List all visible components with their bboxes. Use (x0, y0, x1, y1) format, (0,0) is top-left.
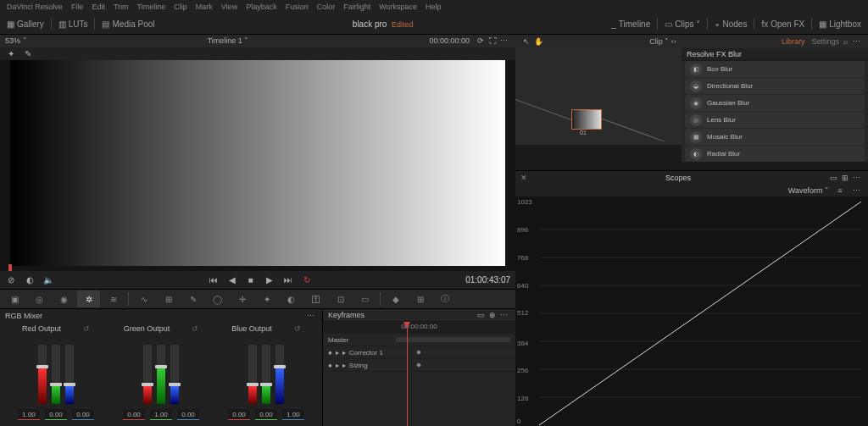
mediapool-button[interactable]: ▤ Media Pool (102, 19, 154, 29)
audio-icon[interactable]: 🔈 (42, 274, 54, 286)
menu-mark[interactable]: Mark (196, 3, 213, 11)
reverse-icon[interactable]: ◀ (226, 274, 238, 286)
scopes-panel-icon[interactable]: ⊞ (409, 290, 431, 307)
clips-button[interactable]: ▭ Clips ˅ (665, 19, 700, 29)
scope-settings-icon[interactable]: ≡ (834, 185, 846, 196)
wand-icon[interactable]: ✎ (22, 47, 34, 59)
green-b-slider[interactable] (170, 345, 179, 404)
curves-icon[interactable]: ∿ (132, 290, 155, 307)
kf-zoom-icon[interactable]: ⊕ (487, 309, 498, 321)
menu-help[interactable]: Help (426, 3, 442, 11)
reset-icon[interactable]: ↺ (294, 324, 301, 333)
expand-icon[interactable]: ⛶ (487, 35, 498, 47)
red-g-slider[interactable] (52, 345, 60, 404)
refresh-icon[interactable]: ⟳ (475, 35, 487, 47)
menu-file[interactable]: File (71, 3, 84, 11)
stereo-icon[interactable]: ▭ (353, 290, 376, 307)
red-r-value[interactable]: 1.00 (18, 409, 40, 420)
color-match-icon[interactable]: ◎ (28, 290, 51, 307)
red-b-value[interactable]: 0.00 (72, 409, 94, 420)
fx-box-blur[interactable]: ◧Box Blur (685, 61, 865, 77)
menu-view[interactable]: View (221, 3, 237, 11)
blue-b-slider[interactable] (275, 345, 284, 404)
clip-dropdown[interactable]: Clip ˅ (649, 37, 669, 46)
red-b-slider[interactable] (65, 345, 74, 404)
window-icon[interactable]: ◯ (206, 290, 229, 307)
waveform-scope[interactable]: 1023 896 768 640 512 384 256 128 0 (515, 196, 868, 426)
playhead-icon[interactable] (8, 264, 12, 271)
scope-layout-icon[interactable]: ▭ (827, 172, 839, 184)
waveform-dropdown[interactable]: Waveform ˅ (788, 186, 829, 195)
green-r-slider[interactable] (143, 345, 152, 404)
kf-options-icon[interactable]: ⋯ (498, 309, 510, 321)
blue-r-slider[interactable] (248, 345, 257, 404)
camera-raw-icon[interactable]: ▣ (3, 290, 26, 307)
reset-icon[interactable]: ↺ (192, 324, 198, 333)
green-r-value[interactable]: 0.00 (123, 409, 145, 420)
next-clip-icon[interactable]: ⏭ (282, 274, 294, 286)
red-r-slider[interactable] (38, 345, 47, 404)
menu-clip[interactable]: Clip (174, 3, 187, 11)
toggle-icon[interactable]: ◐ (24, 274, 36, 286)
scope-options-icon[interactable]: ⋯ (851, 172, 863, 184)
qualifier-icon[interactable]: ✎ (181, 290, 204, 307)
kf-sizing-row[interactable]: ●▸▸Sizing (323, 359, 515, 372)
luts-button[interactable]: ▥ LUTs (58, 19, 88, 29)
gallery-button[interactable]: ▦ Gallery (7, 19, 44, 29)
bypass-icon[interactable]: ⊘ (5, 274, 17, 286)
wheels-icon[interactable]: ◉ (53, 290, 75, 307)
reset-icon[interactable]: ↺ (83, 324, 90, 333)
zoom-dropdown[interactable]: 53% ˅ (5, 36, 27, 45)
nodes-button[interactable]: ∘ Nodes (715, 19, 747, 29)
menu-playback[interactable]: Playback (246, 3, 277, 11)
blue-g-slider[interactable] (262, 345, 270, 404)
green-g-value[interactable]: 1.00 (150, 409, 172, 420)
magic-icon[interactable]: ✦ (255, 290, 278, 307)
viewer-canvas[interactable] (0, 60, 515, 271)
play-icon[interactable]: ▶ (264, 274, 275, 286)
kf-master-row[interactable]: Master (323, 334, 515, 346)
blue-b-value[interactable]: 1.00 (282, 409, 304, 420)
menu-timeline[interactable]: Timeline (137, 3, 166, 11)
timeline-button[interactable]: ⎯ Timeline (611, 19, 650, 29)
key-icon[interactable]: ⚿ (304, 290, 327, 307)
lightbox-button[interactable]: ▦ Lightbox (819, 19, 861, 29)
stop-icon[interactable]: ■ (245, 274, 257, 286)
info-panel-icon[interactable]: ⓘ (433, 290, 456, 307)
close-icon[interactable]: ✕ (520, 174, 529, 182)
menu-trim[interactable]: Trim (114, 3, 129, 11)
menu-color[interactable]: Color (317, 3, 336, 11)
kf-corrector-row[interactable]: ●▸▸Corrector 1 (323, 346, 515, 359)
red-g-value[interactable]: 0.00 (45, 409, 67, 420)
fx-directional-blur[interactable]: ◒Directional Blur (685, 78, 865, 94)
cursor-icon[interactable]: ↖ (520, 36, 532, 47)
viewer-timecode[interactable]: 00:00:00:00 (429, 36, 470, 45)
hand-icon[interactable]: ✋ (532, 36, 544, 47)
prev-clip-icon[interactable]: ⏮ (208, 274, 220, 286)
menu-app[interactable]: DaVinci Resolve (7, 3, 63, 11)
search-icon[interactable]: ⌕ (839, 36, 851, 47)
scope-menu-icon[interactable]: ⋯ (851, 185, 863, 196)
fx-lens-blur[interactable]: ◎Lens Blur (685, 112, 865, 128)
rgb-mixer-icon[interactable]: ✲ (77, 290, 100, 307)
viewer-options-icon[interactable]: ⋯ (498, 35, 510, 47)
warper-icon[interactable]: ⊞ (157, 290, 180, 307)
node-01[interactable] (571, 109, 602, 130)
tracker-icon[interactable]: ✛ (231, 290, 253, 307)
fx-options-icon[interactable]: ⋯ (851, 36, 863, 47)
menu-edit[interactable]: Edit (92, 3, 105, 11)
keyframe-ruler[interactable]: 00:00:00:00 (323, 322, 515, 334)
kf-view-icon[interactable]: ▭ (475, 309, 487, 321)
timeline-name[interactable]: Timeline 1 ˅ (27, 36, 430, 45)
fx-mosaic-blur[interactable]: ▦Mosaic Blur (685, 129, 865, 145)
tab-settings[interactable]: Settings (811, 37, 839, 46)
tab-library[interactable]: Library (782, 37, 805, 46)
menu-fairlight[interactable]: Fairlight (343, 3, 370, 11)
blur-icon[interactable]: ◐ (280, 290, 303, 307)
fx-gaussian-blur[interactable]: ◉Gaussian Blur (685, 95, 865, 111)
openfx-button[interactable]: fx Open FX (761, 19, 804, 29)
motion-icon[interactable]: ≋ (102, 290, 125, 307)
menu-workspace[interactable]: Workspace (379, 3, 417, 11)
picker-icon[interactable]: ✦ (5, 47, 17, 59)
node-graph[interactable]: 01 (515, 48, 682, 145)
